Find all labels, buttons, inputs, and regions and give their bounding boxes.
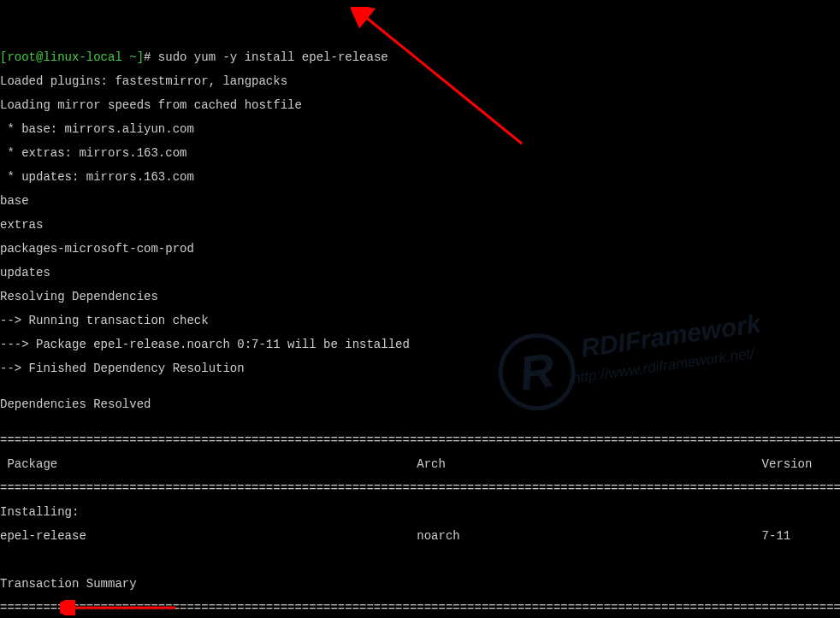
output-line: * updates: mirrors.163.com [0,171,840,183]
output-line: base [0,195,840,207]
output-line: Dependencies Resolved [0,398,840,410]
output-line: packages-microsoft-com-prod [0,243,840,255]
output-line: Loaded plugins: fastestmirror, langpacks [0,75,840,87]
installing-label: Installing: [0,506,840,518]
col-arch: Arch [417,457,446,471]
output-line: --> Finished Dependency Resolution [0,362,840,374]
output-line: Loading mirror speeds from cached hostfi… [0,99,840,111]
output-line: * base: mirrors.aliyun.com [0,123,840,135]
col-version: Version [762,457,813,471]
separator-line: ========================================… [0,482,840,494]
cell-arch: noarch [417,529,459,543]
summary-title: Transaction Summary [0,578,840,590]
separator-line: ========================================… [0,434,840,446]
separator-line: ========================================… [0,602,840,614]
output-line: Resolving Dependencies [0,291,840,303]
output-line: updates [0,267,840,279]
prompt-line: [root@linux-local ~]# sudo yum -y instal… [0,51,840,63]
prompt-symbol: # [144,50,151,64]
prompt-user-host: [root@linux-local ~] [0,50,144,64]
output-line: extras [0,219,840,231]
output-line: * extras: mirrors.163.com [0,147,840,159]
cell-package: epel-release [0,529,86,543]
table-header: Package Arch Version [0,458,840,470]
blank-line [0,554,840,566]
output-line: --> Running transaction check [0,315,840,327]
watermark: R RDIFramework http://www.rdiframework.n… [492,285,828,433]
cell-version: 7-11 [762,529,791,543]
col-package: Package [0,457,57,471]
table-row: epel-release noarch 7-11 [0,530,840,542]
output-line: ---> Package epel-release.noarch 0:7-11 … [0,338,840,350]
command-text: sudo yum -y install epel-release [158,50,388,64]
